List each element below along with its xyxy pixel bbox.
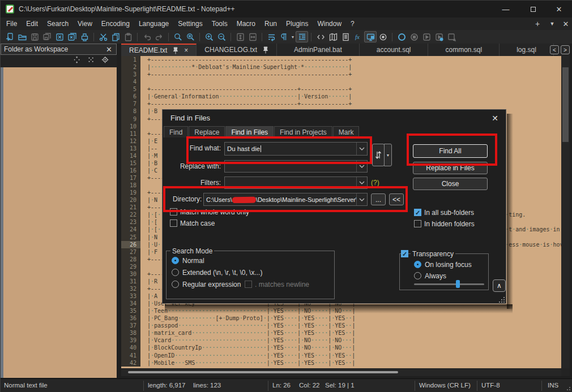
line-text: +----	[140, 270, 164, 278]
macro-record-icon[interactable]	[395, 31, 408, 42]
locate-file-icon[interactable]	[101, 56, 110, 67]
tab-list-dropdown[interactable]: ▼	[547, 18, 558, 30]
panel-splitter[interactable]	[117, 44, 121, 378]
swap-find-replace-button[interactable]	[372, 144, 385, 166]
macro-run-multiple-icon[interactable]	[433, 31, 445, 42]
menu-edit[interactable]: Edit	[22, 18, 42, 29]
menu-encoding[interactable]: Encoding	[97, 18, 134, 29]
tab-changelog.txt[interactable]: CHANGELOG.txt	[197, 44, 277, 56]
save-all-icon[interactable]	[41, 31, 53, 42]
transparency-slider[interactable]	[414, 283, 484, 285]
find-icon[interactable]	[172, 31, 184, 42]
tab-scroll-left[interactable]: <	[550, 45, 559, 54]
tab-readme.txt[interactable]: README.txt×	[121, 44, 197, 56]
dialog-tab-find-in-projects[interactable]: Find in Projects	[274, 126, 332, 137]
dialog-tab-mark[interactable]: Mark	[333, 126, 360, 137]
tab-log.sql[interactable]: log.sql	[500, 44, 554, 56]
new-tab-button[interactable]: +	[532, 18, 543, 30]
show-all-characters-dropdown-icon[interactable]: ▼	[290, 31, 296, 42]
minimize-button[interactable]: —	[494, 1, 517, 18]
document-map-icon[interactable]	[327, 31, 339, 42]
document-list-icon[interactable]	[339, 31, 352, 42]
status-insert-mode[interactable]: INS	[548, 382, 558, 389]
redo-icon[interactable]	[153, 31, 165, 42]
dialog-tab-find[interactable]: Find	[164, 126, 188, 137]
paste-icon[interactable]	[122, 31, 134, 42]
word-wrap-icon[interactable]	[265, 31, 278, 42]
cut-icon[interactable]	[97, 31, 109, 42]
menu-language[interactable]: Language	[134, 18, 173, 29]
define-language-icon[interactable]	[314, 31, 327, 42]
maximize-button[interactable]	[522, 1, 544, 18]
menu-plugins[interactable]: Plugins	[281, 18, 313, 29]
dialog-close-button[interactable]: ✕	[489, 113, 501, 123]
search-mode-extended-radio[interactable]	[172, 269, 179, 276]
horizontal-scrollbar-thumb[interactable]	[128, 371, 398, 373]
status-eol[interactable]: Windows (CR LF)	[419, 382, 471, 389]
menu-settings[interactable]: Settings	[173, 18, 207, 29]
replace-icon[interactable]	[184, 31, 197, 42]
menu-macro[interactable]: Macro	[232, 18, 260, 29]
match-case-checkbox[interactable]	[170, 219, 177, 227]
save-icon[interactable]	[28, 31, 41, 42]
matches-newline-checkbox[interactable]	[245, 281, 252, 288]
dialog-collapse-button[interactable]: ∧	[493, 279, 506, 292]
pin-icon[interactable]	[263, 46, 268, 54]
search-mode-normal-radio[interactable]	[172, 257, 179, 264]
dialog-tab-replace[interactable]: Replace	[189, 126, 225, 137]
filters-help-link[interactable]: (?)	[371, 179, 379, 187]
close-tab-button[interactable]: ✕	[560, 18, 571, 30]
tab-adminpanel.bat[interactable]: AdminPanel.bat	[277, 44, 360, 56]
function-list-icon[interactable]: fx	[352, 31, 364, 42]
vertical-scrollbar-thumb[interactable]	[562, 67, 569, 142]
tab-close-icon[interactable]: ×	[184, 46, 188, 54]
menu-help[interactable]: ?	[346, 18, 359, 29]
menu-search[interactable]: Search	[42, 18, 73, 29]
line-text: |·BlockCountryIp···················|·YES…	[140, 344, 355, 351]
menu-view[interactable]: View	[73, 18, 97, 29]
workspace-panel-body[interactable]	[3, 67, 117, 378]
open-file-icon[interactable]	[16, 31, 28, 42]
workspace-panel-close[interactable]: ✕	[102, 45, 116, 54]
tab-account.sql[interactable]: account.sql	[360, 44, 429, 56]
transparency-always-radio[interactable]	[414, 272, 421, 279]
macro-play-icon[interactable]	[420, 31, 433, 42]
transparency-on-losing-focus-radio[interactable]	[414, 261, 421, 268]
search-mode-regex-radio[interactable]	[172, 281, 179, 288]
close-all-icon[interactable]	[66, 31, 78, 42]
transparency-checkbox[interactable]: ✓	[401, 250, 408, 257]
menu-window[interactable]: Window	[313, 18, 346, 29]
copy-icon[interactable]	[109, 31, 122, 42]
menu-run[interactable]: Run	[260, 18, 281, 29]
close-button[interactable]: ✕	[548, 1, 570, 18]
collapse-all-icon[interactable]	[87, 56, 96, 67]
close-icon[interactable]	[53, 31, 66, 42]
swap-dropdown-icon[interactable]: ▼	[384, 144, 392, 166]
dialog-resize-grip[interactable]	[499, 297, 505, 303]
macro-stop-icon[interactable]	[408, 31, 420, 42]
transparency-slider-thumb[interactable]	[456, 280, 460, 288]
transparency-always-label: Always	[425, 272, 446, 280]
sync-horizontal-icon[interactable]	[246, 31, 259, 42]
document-switcher-icon[interactable]	[377, 31, 389, 42]
menu-file[interactable]: File	[2, 18, 22, 29]
close-dialog-button[interactable]: Close	[413, 178, 488, 190]
tab-scroll-right[interactable]: >	[561, 45, 570, 54]
in-hidden-folders-checkbox[interactable]	[414, 220, 421, 227]
status-encoding[interactable]: UTF-8	[481, 382, 500, 389]
show-all-characters-icon[interactable]	[278, 31, 290, 42]
tab-common.sql[interactable]: common.sql	[428, 44, 500, 56]
sync-vertical-icon[interactable]	[234, 31, 246, 42]
zoom-out-icon[interactable]	[215, 31, 228, 42]
monitoring-icon[interactable]	[364, 31, 377, 42]
new-file-icon[interactable]	[3, 31, 16, 42]
indent-guide-icon[interactable]	[296, 31, 308, 42]
in-all-subfolders-checkbox[interactable]: ✓	[414, 209, 421, 216]
macro-save-icon[interactable]	[445, 31, 458, 42]
zoom-in-icon[interactable]	[203, 31, 215, 42]
expand-all-icon[interactable]	[73, 56, 82, 67]
undo-icon[interactable]	[140, 31, 153, 42]
print-icon[interactable]	[78, 31, 91, 42]
menu-tools[interactable]: Tools	[207, 18, 232, 29]
pin-icon[interactable]	[173, 47, 178, 54]
